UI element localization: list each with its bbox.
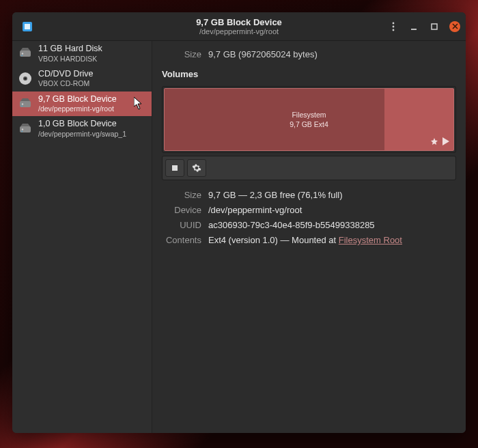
svg-rect-13 bbox=[20, 101, 31, 107]
svg-point-9 bbox=[21, 55, 23, 57]
overview-size-label: Size bbox=[162, 49, 201, 59]
volume-options-button[interactable] bbox=[187, 159, 206, 177]
sidebar-item-label: 1,0 GB Block Device bbox=[38, 119, 126, 130]
svg-rect-1 bbox=[25, 24, 30, 29]
detail-key-contents: Contents bbox=[162, 235, 201, 245]
play-icon bbox=[442, 137, 449, 148]
detail-key-device: Device bbox=[162, 205, 201, 215]
sidebar-item-2[interactable]: 9,7 GB Block Device/dev/peppermint-vg/ro… bbox=[12, 92, 152, 117]
sidebar-item-sublabel: /dev/peppermint-vg/swap_1 bbox=[38, 130, 126, 139]
optical-disc-icon bbox=[18, 71, 33, 86]
maximize-button[interactable] bbox=[429, 21, 440, 32]
filesystem-root-link[interactable]: Filesystem Root bbox=[339, 235, 402, 245]
volume-actions bbox=[162, 156, 456, 180]
svg-point-18 bbox=[21, 130, 23, 132]
sidebar-item-1[interactable]: CD/DVD DriveVBOX CD-ROM bbox=[12, 66, 152, 92]
svg-point-2 bbox=[393, 22, 395, 24]
device-sidebar: 11 GB Hard DiskVBOX HARDDISKCD/DVD Drive… bbox=[12, 41, 152, 433]
detail-key-size: Size bbox=[162, 190, 201, 200]
svg-point-14 bbox=[22, 103, 23, 104]
titlebar[interactable]: 9,7 GB Block Device /dev/peppermint-vg/r… bbox=[12, 12, 466, 41]
unmount-button[interactable] bbox=[165, 159, 184, 177]
detail-val-uuid: ac306930-79c3-40e4-85f9-b55499338285 bbox=[208, 220, 456, 230]
disk-icon bbox=[18, 46, 33, 61]
svg-point-15 bbox=[21, 105, 23, 107]
svg-rect-5 bbox=[411, 29, 417, 30]
disk-icon bbox=[18, 122, 33, 137]
disks-window: 9,7 GB Block Device /dev/peppermint-vg/r… bbox=[12, 12, 466, 433]
sidebar-item-label: 11 GB Hard Disk bbox=[38, 44, 102, 55]
svg-rect-7 bbox=[20, 51, 31, 57]
sidebar-item-sublabel: /dev/peppermint-vg/root bbox=[38, 104, 117, 113]
app-icon bbox=[20, 20, 34, 33]
detail-val-device: /dev/peppermint-vg/root bbox=[208, 205, 456, 215]
detail-val-size: 9,7 GB — 2,3 GB free (76,1% full) bbox=[208, 190, 456, 200]
svg-point-8 bbox=[22, 53, 23, 55]
close-button[interactable] bbox=[449, 21, 460, 32]
sidebar-item-3[interactable]: 1,0 GB Block Device/dev/peppermint-vg/sw… bbox=[12, 116, 152, 141]
svg-point-12 bbox=[25, 78, 27, 80]
volume-details: Size 9,7 GB — 2,3 GB free (76,1% full) D… bbox=[162, 190, 456, 245]
svg-rect-19 bbox=[172, 165, 178, 171]
detail-val-contents: Ext4 (version 1.0) — Mounted at Filesyst… bbox=[208, 235, 456, 245]
svg-point-3 bbox=[393, 25, 395, 27]
menu-button[interactable] bbox=[388, 21, 399, 32]
sidebar-item-0[interactable]: 11 GB Hard DiskVBOX HARDDISK bbox=[12, 41, 152, 66]
overview-size-value: 9,7 GB (9672065024 bytes) bbox=[208, 49, 318, 59]
sidebar-item-sublabel: VBOX HARDDISK bbox=[38, 55, 102, 64]
svg-rect-16 bbox=[20, 126, 31, 132]
volume-map[interactable]: Filesystem 9,7 GB Ext4 bbox=[162, 86, 456, 153]
svg-point-4 bbox=[393, 29, 395, 31]
sidebar-item-label: 9,7 GB Block Device bbox=[38, 94, 117, 105]
svg-point-17 bbox=[22, 128, 23, 130]
sidebar-item-sublabel: VBOX CD-ROM bbox=[38, 79, 94, 88]
main-panel: Size 9,7 GB (9672065024 bytes) Volumes F… bbox=[152, 41, 466, 433]
svg-rect-6 bbox=[432, 24, 437, 29]
volumes-heading: Volumes bbox=[162, 69, 456, 79]
volume-label: Filesystem 9,7 GB Ext4 bbox=[165, 110, 453, 129]
disk-icon bbox=[18, 96, 33, 111]
sidebar-item-label: CD/DVD Drive bbox=[38, 69, 94, 80]
minimize-button[interactable] bbox=[408, 21, 419, 32]
detail-key-uuid: UUID bbox=[162, 220, 201, 230]
star-icon bbox=[430, 137, 438, 148]
